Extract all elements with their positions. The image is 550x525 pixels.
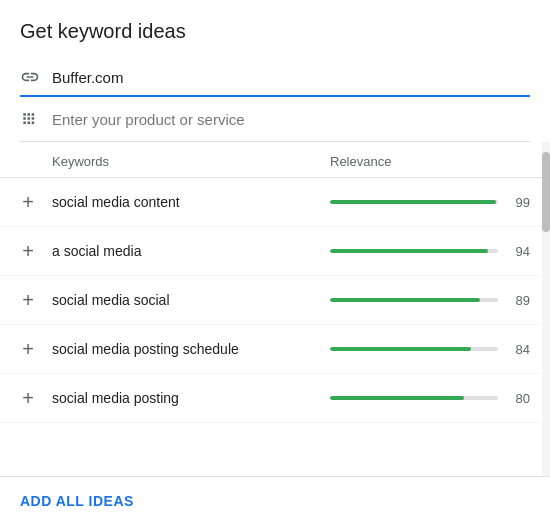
service-input[interactable] xyxy=(52,111,530,128)
table-row: + social media posting 80 xyxy=(0,374,550,423)
relevance-number: 99 xyxy=(506,195,530,210)
relevance-number: 84 xyxy=(506,342,530,357)
relevance-number: 89 xyxy=(506,293,530,308)
add-keyword-button[interactable]: + xyxy=(20,241,36,261)
relevance-bar-fill xyxy=(330,347,471,351)
footer: ADD ALL IDEAS xyxy=(0,476,550,525)
relevance-cell: 84 xyxy=(330,342,530,357)
relevance-number: 80 xyxy=(506,391,530,406)
keywords-table: Keywords Relevance + social media conten… xyxy=(0,142,550,476)
add-all-ideas-button[interactable]: ADD ALL IDEAS xyxy=(20,493,530,509)
relevance-bar-fill xyxy=(330,396,464,400)
add-keyword-button[interactable]: + xyxy=(20,290,36,310)
relevance-cell: 99 xyxy=(330,195,530,210)
add-keyword-button[interactable]: + xyxy=(20,339,36,359)
relevance-cell: 80 xyxy=(330,391,530,406)
scrollbar-thumb xyxy=(542,152,550,232)
main-container: Get keyword ideas Keywords Relevance xyxy=(0,0,550,525)
service-input-row xyxy=(20,97,530,142)
url-input[interactable] xyxy=(52,69,530,86)
relevance-number: 94 xyxy=(506,244,530,259)
link-icon xyxy=(20,67,40,87)
grid-icon xyxy=(20,109,40,129)
col-relevance-header: Relevance xyxy=(330,154,530,169)
keyword-text: a social media xyxy=(52,243,330,259)
relevance-bar-bg xyxy=(330,347,498,351)
keyword-rows-container: + social media content 99 + a social med… xyxy=(0,178,550,423)
table-row: + social media content 99 xyxy=(0,178,550,227)
relevance-cell: 94 xyxy=(330,244,530,259)
relevance-bar-fill xyxy=(330,249,488,253)
table-row: + social media posting schedule 84 xyxy=(0,325,550,374)
table-row: + social media social 89 xyxy=(0,276,550,325)
add-keyword-button[interactable]: + xyxy=(20,388,36,408)
keyword-text: social media posting xyxy=(52,390,330,406)
page-title: Get keyword ideas xyxy=(0,0,550,59)
table-header: Keywords Relevance xyxy=(0,142,550,178)
relevance-bar-bg xyxy=(330,249,498,253)
table-row: + a social media 94 xyxy=(0,227,550,276)
relevance-bar-bg xyxy=(330,298,498,302)
scrollbar[interactable] xyxy=(542,142,550,476)
relevance-bar-fill xyxy=(330,200,496,204)
add-keyword-button[interactable]: + xyxy=(20,192,36,212)
keyword-text: social media social xyxy=(52,292,330,308)
relevance-bar-bg xyxy=(330,200,498,204)
relevance-bar-bg xyxy=(330,396,498,400)
keyword-text: social media posting schedule xyxy=(52,341,330,357)
relevance-cell: 89 xyxy=(330,293,530,308)
col-keywords-header: Keywords xyxy=(52,154,330,169)
keyword-text: social media content xyxy=(52,194,330,210)
relevance-bar-fill xyxy=(330,298,480,302)
url-input-row xyxy=(20,59,530,97)
